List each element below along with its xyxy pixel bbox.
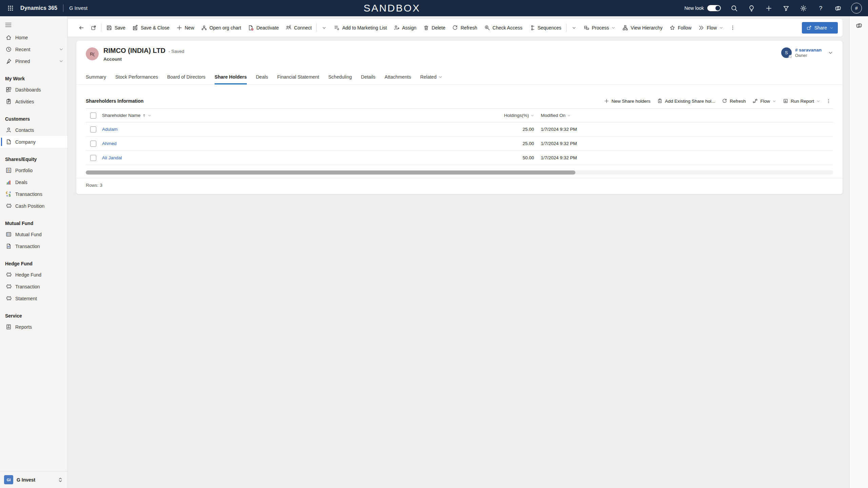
process-button[interactable]: Process <box>580 22 619 34</box>
sidebar-item-statement[interactable]: Statement <box>0 292 67 304</box>
deactivate-button[interactable]: Deactivate <box>244 22 282 34</box>
table-row[interactable]: Adulam 25.00 1/7/2024 9:32 PM <box>86 122 833 137</box>
environment-banner[interactable]: SANDBOX <box>363 2 420 14</box>
row-checkbox[interactable] <box>90 155 96 161</box>
row-checkbox[interactable] <box>90 126 96 133</box>
tab-summary[interactable]: Summary <box>86 70 106 84</box>
flow-button[interactable]: Flow <box>695 22 727 34</box>
tab-attachments[interactable]: Attachments <box>384 70 411 84</box>
save-and-close-button[interactable]: Save & Close <box>129 22 173 34</box>
settings-gear-icon[interactable] <box>799 4 807 12</box>
chevron-down-icon <box>816 99 820 103</box>
tab-financial-statement[interactable]: Financial Statement <box>277 70 319 84</box>
popout-form-icon[interactable] <box>87 22 100 34</box>
subgrid-refresh-button[interactable]: Refresh <box>719 96 749 106</box>
subgrid-more-commands-icon[interactable] <box>824 96 833 106</box>
sidebar-item-activities[interactable]: Activities <box>0 96 67 107</box>
tab-board-of-directors[interactable]: Board of Directors <box>167 70 205 84</box>
sidebar-item-dashboards[interactable]: Dashboards <box>0 84 67 96</box>
sidebar-item-deals[interactable]: Deals <box>0 176 67 188</box>
search-icon[interactable] <box>730 4 738 12</box>
view-hierarchy-button[interactable]: View Hierarchy <box>619 22 666 34</box>
horizontal-scrollbar-thumb[interactable] <box>86 170 575 175</box>
share-button[interactable]: Share <box>802 22 838 34</box>
filter-icon[interactable] <box>782 4 790 12</box>
tab-share-holders[interactable]: Share Holders <box>215 70 247 84</box>
sidebar-item-portfolio[interactable]: Portfolio <box>0 164 67 176</box>
puzzle-icon <box>5 271 12 278</box>
shareholder-name-link[interactable]: Ali Jandal <box>102 155 122 160</box>
copilot-icon[interactable] <box>834 4 842 12</box>
open-org-chart-button[interactable]: Open org chart <box>198 22 244 34</box>
org-name[interactable]: G Invest <box>69 5 87 11</box>
tab-related[interactable]: Related <box>420 70 442 84</box>
follow-button[interactable]: Follow <box>666 22 695 34</box>
overflow-chevron-icon[interactable] <box>568 22 580 34</box>
tab-details[interactable]: Details <box>361 70 376 84</box>
app-launcher-waffle-icon[interactable] <box>5 2 16 14</box>
column-header-modified-on[interactable]: Modified On <box>541 113 833 118</box>
area-switcher[interactable]: GI G Invest <box>0 471 67 488</box>
site-map-sidebar: Home Recent Pinned My Work <box>0 16 68 488</box>
new-look-toggle[interactable] <box>707 5 721 11</box>
tab-stock-performances[interactable]: Stock Performances <box>115 70 158 84</box>
sidebar-item-transactions[interactable]: €$ Transactions <box>0 188 67 200</box>
chevron-down-icon[interactable] <box>59 59 63 63</box>
sequences-button[interactable]: Sequences <box>526 22 565 34</box>
app-title[interactable]: Dynamics 365 <box>20 5 57 11</box>
select-all-checkbox[interactable] <box>90 113 96 119</box>
lightbulb-icon[interactable] <box>747 4 755 12</box>
record-avatar: R( <box>86 47 99 60</box>
add-to-marketing-list-button[interactable]: Add to Marketing List <box>330 22 390 34</box>
sidebar-item-hf-transaction[interactable]: Transaction <box>0 281 67 292</box>
modified-on-value: 1/7/2024 9:32 PM <box>541 141 833 146</box>
hamburger-menu-icon[interactable] <box>0 20 12 30</box>
new-record-button[interactable]: New <box>173 22 198 34</box>
overflow-chevron-icon[interactable] <box>318 22 330 34</box>
table-row[interactable]: Ahmed 25.00 1/7/2024 9:32 PM <box>86 137 833 151</box>
user-avatar[interactable]: # <box>851 3 862 14</box>
shareholder-name-link[interactable]: Ahmed <box>102 141 117 146</box>
sidebar-item-mf-transaction[interactable]: Transaction <box>0 240 67 252</box>
check-access-button[interactable]: Check Access <box>481 22 526 34</box>
subgrid-flow-button[interactable]: Flow <box>749 96 779 106</box>
sidebar-item-recent[interactable]: Recent <box>0 43 67 55</box>
add-existing-button[interactable]: Add Existing Share hol... <box>654 96 718 106</box>
new-share-holders-button[interactable]: New Share holders <box>601 96 654 106</box>
run-report-button[interactable]: Run Report <box>780 96 823 106</box>
document-lines-icon <box>5 243 12 250</box>
form-tabs: Summary Stock Performances Board of Dire… <box>76 70 843 85</box>
sidebar-item-pinned[interactable]: Pinned <box>0 55 67 67</box>
sidebar-item-reports[interactable]: Reports <box>0 321 67 333</box>
column-header-shareholder-name[interactable]: Shareholder Name <box>102 113 490 118</box>
horizontal-scrollbar-track[interactable] <box>86 170 833 175</box>
shareholder-name-link[interactable]: Adulam <box>102 127 118 132</box>
sidebar-item-company[interactable]: Company <box>0 136 67 148</box>
quick-create-plus-icon[interactable] <box>765 4 773 12</box>
connect-button[interactable]: Connect <box>282 22 315 34</box>
table-row[interactable]: Ali Jandal 50.00 1/7/2024 9:32 PM <box>86 151 833 165</box>
save-button[interactable]: Save <box>103 22 129 34</box>
owner-name-link[interactable]: # saravanan <box>795 47 822 53</box>
help-icon[interactable]: ? <box>816 4 825 12</box>
sidebar-item-hedge-fund[interactable]: Hedge Fund <box>0 269 67 281</box>
tab-scheduling[interactable]: Scheduling <box>328 70 352 84</box>
copilot-pane-icon[interactable] <box>855 21 863 29</box>
assign-button[interactable]: Assign <box>390 22 420 34</box>
column-header-holdings[interactable]: Holdings(%) <box>490 113 534 118</box>
chevron-down-icon[interactable] <box>59 47 63 52</box>
header-chevron-down-icon[interactable] <box>828 50 833 55</box>
refresh-button[interactable]: Refresh <box>449 22 480 34</box>
sidebar-item-home[interactable]: Home <box>0 32 67 43</box>
back-button[interactable] <box>75 22 87 34</box>
record-title: RIMCO (INDIA) LTD <box>103 47 165 55</box>
more-commands-icon[interactable] <box>727 22 739 34</box>
sidebar-item-contacts[interactable]: Contacts <box>0 124 67 136</box>
sidebar-item-mutual-fund[interactable]: Mutual Fund <box>0 228 67 240</box>
home-icon <box>5 34 12 41</box>
delete-button[interactable]: Delete <box>420 22 449 34</box>
sidebar-item-cash-position[interactable]: Cash Position <box>0 200 67 212</box>
row-checkbox[interactable] <box>90 141 96 147</box>
tab-deals[interactable]: Deals <box>256 70 268 84</box>
holdings-value: 25.00 <box>490 141 534 146</box>
